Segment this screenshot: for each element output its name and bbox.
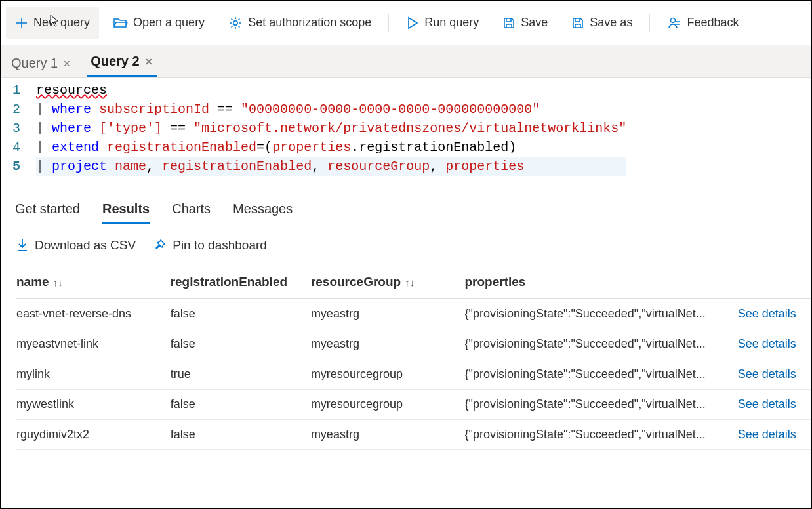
- gear-icon: [228, 16, 243, 30]
- query-tab-1[interactable]: Query 1 ✕: [7, 49, 75, 77]
- col-header-properties[interactable]: properties: [465, 268, 738, 299]
- see-details-link[interactable]: See details: [738, 307, 796, 320]
- cell-properties: {"provisioningState":"Succeeded","virtua…: [465, 329, 738, 359]
- cell-properties: {"provisioningState":"Succeeded","virtua…: [465, 299, 738, 329]
- open-query-button[interactable]: Open a query: [104, 7, 214, 39]
- sort-icon: ↑↓: [53, 277, 63, 288]
- see-details-link[interactable]: See details: [738, 428, 796, 441]
- cell-properties: {"provisioningState":"Succeeded","virtua…: [465, 420, 738, 450]
- see-details-link[interactable]: See details: [738, 397, 796, 411]
- feedback-button[interactable]: Feedback: [658, 7, 748, 39]
- close-icon[interactable]: ✕: [62, 58, 71, 69]
- cell-resourceGroup: myresourcegroup: [311, 390, 465, 420]
- cell-registrationEnabled: false: [171, 299, 311, 329]
- results-actions: Download as CSV Pin to dashboard: [1, 224, 811, 259]
- pin-dashboard-label: Pin to dashboard: [173, 238, 267, 253]
- run-query-label: Run query: [424, 16, 479, 30]
- auth-scope-button[interactable]: Set authorization scope: [219, 7, 380, 39]
- tab-messages[interactable]: Messages: [233, 201, 293, 224]
- sort-icon: ↑↓: [405, 277, 415, 288]
- play-icon: [406, 16, 419, 30]
- col-header-resourcegroup[interactable]: resourceGroup↑↓: [311, 268, 465, 299]
- auth-scope-label: Set authorization scope: [248, 16, 371, 30]
- run-query-button[interactable]: Run query: [397, 7, 488, 39]
- table-row[interactable]: east-vnet-reverse-dnsfalsemyeastrg{"prov…: [16, 299, 811, 329]
- plus-icon: [15, 16, 28, 30]
- col-header-registration[interactable]: registrationEnabled: [171, 268, 311, 299]
- table-row[interactable]: mylinktruemyresourcegroup{"provisioningS…: [16, 359, 811, 390]
- download-csv-label: Download as CSV: [35, 238, 136, 253]
- tab-results[interactable]: Results: [102, 201, 150, 224]
- download-csv-button[interactable]: Download as CSV: [16, 238, 136, 253]
- cell-name: myeastvnet-link: [16, 329, 171, 359]
- cell-registrationEnabled: false: [171, 390, 311, 420]
- feedback-label: Feedback: [687, 16, 739, 30]
- save-as-label: Save as: [590, 16, 632, 30]
- cell-registrationEnabled: false: [171, 420, 311, 450]
- query-tab-2[interactable]: Query 2 ✕: [87, 47, 156, 77]
- table-row[interactable]: rguydimiv2tx2falsemyeastrg{"provisioning…: [16, 420, 811, 450]
- toolbar: New query Open a query Set authorization…: [1, 1, 811, 45]
- table-row[interactable]: mywestlinkfalsemyresourcegroup{"provisio…: [16, 390, 811, 420]
- cell-registrationEnabled: false: [171, 329, 311, 359]
- results-tabs: Get started Results Charts Messages: [1, 188, 811, 224]
- cell-resourceGroup: myeastrg: [311, 299, 465, 329]
- download-icon: [16, 239, 28, 252]
- toolbar-separator-2: [649, 14, 650, 32]
- query-tabs-bar: Query 1 ✕ Query 2 ✕: [1, 45, 811, 78]
- close-icon[interactable]: ✕: [144, 56, 153, 67]
- open-query-label: Open a query: [133, 16, 205, 30]
- new-query-label: New query: [33, 16, 90, 30]
- cell-name: east-vnet-reverse-dns: [16, 299, 171, 329]
- cell-name: mylink: [16, 359, 171, 390]
- table-row[interactable]: myeastvnet-linkfalsemyeastrg{"provisioni…: [16, 329, 811, 359]
- code-editor[interactable]: 12345 resources| where subscriptionId ==…: [1, 78, 811, 188]
- code-area[interactable]: resources| where subscriptionId == "0000…: [36, 81, 626, 176]
- see-details-link[interactable]: See details: [738, 367, 796, 380]
- cell-name: mywestlink: [16, 390, 171, 420]
- tab-charts[interactable]: Charts: [172, 201, 211, 224]
- table-header-row: name↑↓ registrationEnabled resourceGroup…: [16, 268, 811, 299]
- cell-properties: {"provisioningState":"Succeeded","virtua…: [465, 359, 738, 390]
- cell-properties: {"provisioningState":"Succeeded","virtua…: [465, 390, 738, 420]
- toolbar-separator: [388, 14, 389, 32]
- cell-name: rguydimiv2tx2: [16, 420, 171, 450]
- line-number-gutter: 12345: [1, 81, 36, 176]
- svg-point-1: [671, 18, 676, 22]
- save-button[interactable]: Save: [493, 7, 557, 39]
- cell-registrationEnabled: true: [171, 359, 311, 390]
- save-as-button[interactable]: Save as: [562, 7, 641, 39]
- cell-resourceGroup: myeastrg: [311, 420, 465, 450]
- pin-dashboard-button[interactable]: Pin to dashboard: [153, 238, 267, 253]
- save-icon: [502, 16, 516, 30]
- results-table: name↑↓ registrationEnabled resourceGroup…: [16, 268, 811, 450]
- query-tab-2-label: Query 2: [91, 54, 139, 69]
- save-as-icon: [571, 16, 584, 30]
- cell-resourceGroup: myeastrg: [311, 329, 465, 359]
- tab-get-started[interactable]: Get started: [15, 201, 80, 224]
- feedback-icon: [667, 16, 681, 30]
- new-query-button[interactable]: New query: [6, 7, 99, 39]
- svg-point-0: [233, 20, 237, 24]
- folder-open-icon: [113, 17, 128, 29]
- save-label: Save: [521, 16, 548, 30]
- col-header-name[interactable]: name↑↓: [16, 268, 171, 299]
- pin-icon: [153, 239, 166, 252]
- see-details-link[interactable]: See details: [738, 337, 796, 350]
- cell-resourceGroup: myresourcegroup: [311, 359, 465, 390]
- query-tab-1-label: Query 1: [11, 56, 58, 71]
